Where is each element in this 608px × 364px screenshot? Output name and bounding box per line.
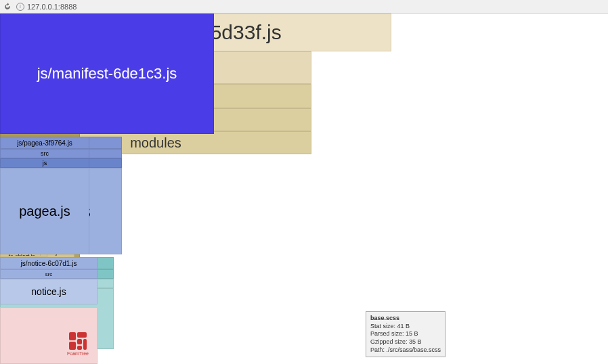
tooltip: base.scss Stat size: 41 B Parsed size: 1… xyxy=(366,311,446,357)
manifest[interactable]: js/manifest-6de1c3.js xyxy=(0,14,214,134)
pagea-src[interactable]: src xyxy=(0,149,89,158)
foamtree-logo: FoamTree xyxy=(64,331,91,358)
treemap[interactable]: js/vendor-35d33f.js node_modules core-js… xyxy=(0,14,608,364)
url-text: 127.0.0.1:8888 xyxy=(27,3,77,11)
svg-rect-2 xyxy=(77,339,82,344)
pagea-file[interactable]: pagea.js xyxy=(0,168,89,254)
logo-cell: FoamTree xyxy=(0,307,97,364)
notice-src[interactable]: src xyxy=(0,269,97,279)
svg-rect-3 xyxy=(83,339,87,350)
pagea-title[interactable]: js/pagea-3f9764.js xyxy=(0,137,89,149)
svg-rect-0 xyxy=(69,332,76,340)
refresh-icon[interactable] xyxy=(3,2,12,12)
info-icon: i xyxy=(16,3,24,11)
svg-rect-1 xyxy=(77,332,87,338)
notice-file[interactable]: notice.js xyxy=(0,279,97,304)
svg-rect-5 xyxy=(77,346,82,350)
notice-title[interactable]: js/notice-6c07d1.js xyxy=(0,257,97,269)
address-bar: i 127.0.0.1:8888 xyxy=(0,0,608,14)
svg-rect-4 xyxy=(69,342,76,350)
pagea-js[interactable]: js xyxy=(0,158,89,168)
